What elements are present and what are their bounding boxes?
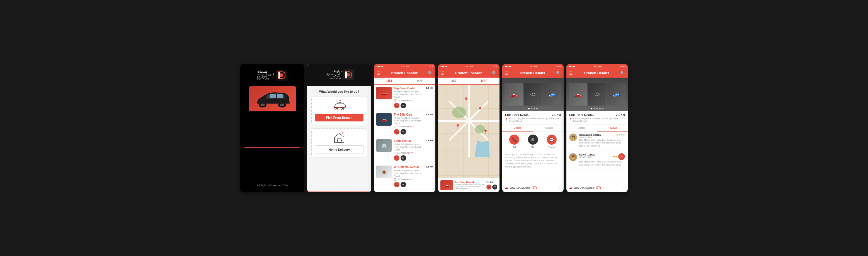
svg-rect-22	[337, 140, 338, 141]
dot-6-5	[602, 108, 603, 109]
detail-call-button[interactable]: 📞	[509, 135, 519, 145]
logo-arabic-line1: ديبلومات	[257, 70, 274, 73]
map-pin-2[interactable]: 📍	[477, 107, 483, 112]
screen-branch-list: ●●●●● 9:41 AM 100% ☰ Branch Locator 🔍 LI…	[374, 64, 435, 192]
dot-6-4	[599, 108, 601, 109]
svg-point-20	[342, 132, 343, 133]
branch-info-2: The Elite Cars Khobar neighborhood news …	[394, 113, 424, 135]
pick-from-branch-button[interactable]: Pick From Branch	[315, 114, 364, 121]
reviewer-avatar-1: 👩	[569, 134, 577, 141]
tab-list-4[interactable]: LIST	[438, 78, 469, 84]
branch-cars-1: 📋 Car Available: 07	[394, 99, 424, 102]
view-cars-bar-6[interactable]: 🚗 View Car Available (07) →	[566, 183, 628, 192]
home-delivery-button[interactable]: Home Delivery	[315, 145, 364, 154]
map-area[interactable]: 📍 📍 📍 📍 🚗 Top Gear Rental Khobar neighbo…	[438, 85, 499, 192]
screen-pick-branch: ديبلومات لتاجير السيارات DIPLOMAT RENT A…	[307, 64, 371, 192]
search-icon-3[interactable]: 🔍	[428, 71, 433, 75]
tab-list-3[interactable]: LIST	[374, 78, 405, 85]
mail-button-4[interactable]: ✉	[401, 182, 406, 187]
map-card-actions: 📞 ✉	[487, 184, 497, 190]
branch-list-title: Branch Locator	[391, 71, 417, 75]
review-text-1: Now This is what i call a Best Service i…	[579, 139, 625, 148]
mail-button-2[interactable]: ✉	[401, 129, 406, 135]
details-addr-row-6: 📍 Khobar neighborhood news North King, A…	[569, 117, 625, 122]
search-icon-4[interactable]: 🔍	[492, 71, 497, 75]
review-text-2: Now This is what i call a Best Service i…	[579, 161, 625, 166]
dot-6-2	[593, 108, 595, 109]
location-pin-icon-6: 📍	[569, 118, 572, 121]
details-tab-reviews-6[interactable]: Reviews	[597, 125, 628, 132]
details-info-bar: Elite Cars Rental 2.1 KM 📍 Khobar neighb…	[502, 111, 564, 125]
edit-review-button-2[interactable]: ✏	[618, 153, 625, 160]
call-button-1[interactable]: 📞	[394, 103, 399, 108]
reviewer-name-2: David Garica July 20th, 2016	[579, 153, 594, 158]
list-item: 🚗 Top Gear Rental Khobar neighborhood ne…	[374, 85, 435, 111]
detail-review-button[interactable]: 💬	[547, 135, 557, 145]
branch-addr-2: Khobar neighborhood news North King, Abd…	[394, 117, 424, 125]
call-button-3[interactable]: 📞	[394, 155, 399, 161]
details-tab-details-6[interactable]: Details	[566, 125, 597, 132]
reviewer-name-1: Sara David Garica July 20th, 2016	[579, 134, 601, 138]
details-hero-6: 🚗 🏎 🚙	[566, 78, 628, 111]
hero-car-3: 🚙	[543, 83, 561, 106]
map-pin-4[interactable]: 📍	[483, 129, 488, 135]
menu-icon-6[interactable]: ☰	[569, 71, 573, 75]
search-icon-5[interactable]: 🔍	[556, 71, 561, 75]
signal-dots-5: ●●●●●	[504, 65, 511, 67]
map-pin-1[interactable]: 📍	[463, 97, 469, 103]
detail-mail-button[interactable]: ✉	[528, 135, 538, 145]
map-card-thumb: 🚗	[440, 180, 453, 190]
details-name-row: Elite Cars Rental 2.1 KM	[505, 113, 561, 117]
map-pin-3[interactable]: 📍	[455, 124, 461, 129]
s2-en2: RENT A CAR	[325, 78, 342, 80]
branch-name-5: Top Gear Rental	[394, 192, 424, 192]
map-card-dist: 2.1 KM	[487, 181, 497, 183]
call-button-2[interactable]: 📞	[394, 129, 399, 135]
splash-car-image	[249, 86, 296, 111]
menu-icon-5[interactable]: ☰	[505, 71, 509, 75]
status-bar-3: ●●●●● 9:41 AM 100%	[374, 64, 435, 69]
tab-map-3[interactable]: MAP	[405, 78, 435, 84]
tab-map-4[interactable]: MAP	[469, 78, 499, 85]
car-thumb-icon-2: 🚗	[376, 113, 392, 125]
hero-pagination-dots-6	[591, 108, 603, 109]
view-cars-text-row: 🚗 View Car Available (07)	[505, 186, 537, 189]
car-thumb-icon-4: 🏨	[376, 166, 392, 178]
details-branch-addr-6: Khobar neighborhood news North King, Abd…	[573, 117, 625, 122]
view-cars-count: (07)	[532, 186, 537, 189]
list-item: 🚗 Top Gear Rental Khobar neighborhood ne…	[374, 190, 435, 192]
call-button-4[interactable]: 📞	[394, 182, 399, 187]
svg-point-29	[452, 107, 466, 118]
menu-icon-3[interactable]: ☰	[377, 71, 380, 75]
mail-button-1[interactable]: ✉	[401, 103, 406, 108]
svg-point-12	[336, 108, 337, 109]
branch-list-scroll: 🚗 Top Gear Rental Khobar neighborhood ne…	[374, 85, 435, 192]
search-icon-6[interactable]: 🔍	[620, 71, 625, 75]
branch-name-2: The Elite Cars	[394, 113, 424, 116]
screen2-logo-row: ديبلومات لتاجير السيارات DIPLOMAT RENT A…	[325, 69, 354, 80]
battery-area-3: 100%	[428, 65, 433, 67]
branch-name-4: Wr Ostamni Rental	[394, 166, 424, 169]
svg-rect-9	[345, 72, 347, 78]
arrow-right-icon-6: →	[621, 186, 625, 190]
status-bar-4: ●●●●● 9:41 AM 100%	[438, 64, 499, 69]
home-delivery-icon	[332, 132, 346, 143]
battery-3: 100%	[428, 65, 433, 67]
map-call-button[interactable]: 📞	[487, 184, 491, 190]
menu-icon-4[interactable]: ☰	[441, 71, 444, 75]
map-mail-button[interactable]: ✉	[492, 184, 497, 190]
branch-actions-2: 📞 ✉	[394, 129, 424, 135]
time-3: 9:41 AM	[401, 65, 409, 67]
mail-label: Mail	[531, 146, 535, 148]
view-cars-bar[interactable]: 🚗 View Car Available (07) →	[502, 183, 564, 192]
details-tab-reviews[interactable]: Reviews	[533, 125, 564, 132]
details-actions-row: 📞 Call ✉ Mail 💬 Review	[502, 132, 564, 151]
reviews-list: 👩 Sara David Garica July 20th, 2016 ★★★★…	[566, 132, 628, 183]
branch-dist-4: 2.1 KM	[426, 166, 433, 187]
details-distance-6: 2.1 KM	[616, 113, 625, 116]
details-tab-details[interactable]: Details	[502, 125, 533, 132]
screen-splash: ديبلومات لتاجير السيارات DIPLOMAT RENT A…	[240, 64, 304, 192]
reviewer-name-text-2: David Garica	[579, 153, 594, 156]
mail-button-3[interactable]: ✉	[401, 155, 406, 161]
time-6: 9:41 AM	[593, 65, 601, 67]
